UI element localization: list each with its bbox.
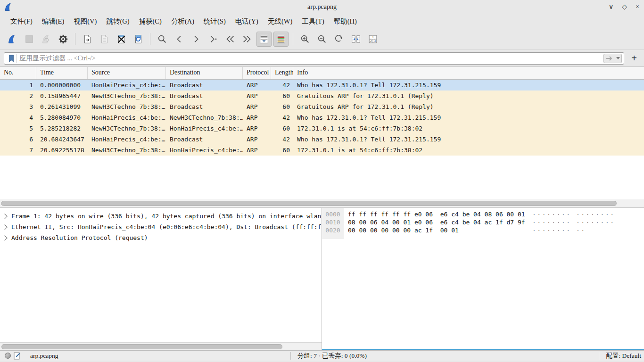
- menu-tools[interactable]: 工具(T): [297, 15, 329, 28]
- hex-row[interactable]: 0000 ff ff ff ff ff ff e0 06 e6 c4 be 04…: [322, 210, 644, 218]
- gear-icon: [58, 34, 68, 44]
- close-file-button[interactable]: [114, 32, 129, 47]
- next-packet-button[interactable]: [189, 32, 204, 47]
- menu-view[interactable]: 视图(V): [69, 15, 101, 28]
- cell-protocol: ARP: [243, 112, 271, 123]
- zoom-in-button[interactable]: [297, 32, 313, 47]
- packet-row-7[interactable]: 7 20.692255178 NewH3CTechno_7b:38:… HonH…: [0, 145, 644, 156]
- cell-protocol: ARP: [243, 80, 271, 90]
- scrollbar-thumb[interactable]: [1, 201, 617, 206]
- table-resize-icon: [351, 34, 361, 44]
- packet-row-5[interactable]: 5 5.285218282 NewH3CTechno_7b:38:… HonHa…: [0, 123, 644, 134]
- column-header-destination[interactable]: Destination: [166, 67, 243, 79]
- reload-file-button[interactable]: [131, 32, 146, 47]
- cell-source: HonHaiPrecis_c4:be:…: [88, 112, 166, 123]
- save-file-button[interactable]: [97, 32, 112, 47]
- column-header-length[interactable]: Length: [271, 67, 293, 79]
- details-hscrollbar[interactable]: [0, 342, 322, 350]
- display-filter-input[interactable]: [19, 55, 602, 62]
- detail-text: Address Resolution Protocol (request): [11, 232, 148, 243]
- menu-wireless[interactable]: 无线(W): [263, 15, 297, 28]
- menu-help[interactable]: 帮助(H): [329, 15, 362, 28]
- apply-filter-button[interactable]: [603, 54, 622, 63]
- previous-packet-button[interactable]: [172, 32, 187, 47]
- menu-file[interactable]: 文件(F): [6, 15, 37, 28]
- cell-protocol: ARP: [243, 90, 271, 101]
- packet-row-1[interactable]: 1 0.000000000 HonHaiPrecis_c4:be:… Broad…: [0, 80, 644, 90]
- svg-text:2: 2: [370, 39, 372, 43]
- restart-capture-button[interactable]: [39, 32, 54, 47]
- layout-button[interactable]: 123: [365, 32, 380, 47]
- go-to-packet-button[interactable]: [206, 32, 221, 47]
- expand-caret-icon[interactable]: [2, 224, 7, 230]
- document-close-x-icon: [116, 34, 126, 44]
- last-packet-button[interactable]: [239, 32, 255, 47]
- cell-no: 5: [0, 123, 36, 134]
- column-header-info[interactable]: Info: [293, 67, 644, 79]
- auto-scroll-button[interactable]: [256, 32, 272, 47]
- detail-row-ethernet[interactable]: Ethernet II, Src: HonHaiPrecis_c4:be:04 …: [0, 222, 322, 232]
- status-bar: arp.pcapng 分组: 7 · 已丢弃: 0 (0.0%) 配置: Def…: [0, 350, 644, 361]
- detail-row-frame[interactable]: Frame 1: 42 bytes on wire (336 bits), 42…: [0, 211, 322, 222]
- main-toolbar: 123: [0, 28, 644, 50]
- stop-capture-button[interactable]: [22, 32, 37, 47]
- cell-info: Who has 172.31.0.1? Tell 172.31.215.159: [293, 112, 644, 123]
- cell-info: Who has 172.31.0.1? Tell 172.31.215.159: [293, 134, 644, 145]
- display-filter-field[interactable]: [4, 52, 624, 65]
- column-header-source[interactable]: Source: [88, 67, 166, 79]
- open-file-button[interactable]: [80, 32, 95, 47]
- menu-statistics[interactable]: 统计(S): [199, 15, 231, 28]
- find-packet-button[interactable]: [155, 32, 170, 47]
- packet-list: 1 0.000000000 HonHaiPrecis_c4:be:… Broad…: [0, 80, 644, 156]
- menu-capture[interactable]: 捕获(C): [134, 15, 166, 28]
- chevron-right-icon: [191, 34, 201, 44]
- menu-edit[interactable]: 编辑(E): [37, 15, 69, 28]
- maximize-button[interactable]: ◇: [622, 4, 627, 10]
- expand-caret-icon[interactable]: [2, 214, 7, 219]
- cell-destination: HonHaiPrecis_c4:be:…: [166, 145, 243, 156]
- cell-length: 60: [271, 90, 293, 101]
- packet-row-6[interactable]: 6 20.684243647 HonHaiPrecis_c4:be:… Broa…: [0, 134, 644, 145]
- packet-row-4[interactable]: 4 5.280084970 HonHaiPrecis_c4:be:… NewH3…: [0, 112, 644, 123]
- packet-row-2[interactable]: 2 0.158965447 NewH3CTechno_7b:38:… Broad…: [0, 90, 644, 101]
- menu-go[interactable]: 跳转(G): [101, 15, 134, 28]
- column-header-protocol[interactable]: Protocol: [243, 67, 271, 79]
- packet-bytes-pane: 0000 ff ff ff ff ff ff e0 06 e6 c4 be 04…: [322, 208, 644, 350]
- detail-row-arp[interactable]: Address Resolution Protocol (request): [0, 232, 322, 243]
- cell-time: 5.285218282: [36, 123, 88, 134]
- hex-row[interactable]: 0010 08 00 06 04 00 01 e0 06 e6 c4 be 04…: [322, 218, 644, 226]
- capture-comment-icon[interactable]: [14, 352, 21, 360]
- toolbar-separator: [293, 33, 293, 45]
- hex-ascii: ········ ········: [532, 218, 615, 226]
- cell-no: 3: [0, 101, 36, 112]
- packet-list-hscrollbar[interactable]: [0, 199, 644, 207]
- packet-row-3[interactable]: 3 0.261431099 NewH3CTechno_7b:38:… Broad…: [0, 101, 644, 112]
- hex-row[interactable]: 0020 00 00 00 00 00 00 ac 1f 00 01 ·····…: [322, 226, 644, 234]
- menu-analyze[interactable]: 分析(A): [166, 15, 199, 28]
- filter-bookmark-button[interactable]: [6, 54, 17, 63]
- add-filter-button[interactable]: +: [628, 52, 640, 65]
- shark-fin-restart-icon: [41, 34, 51, 44]
- colorize-button[interactable]: [273, 32, 289, 47]
- zoom-reset-button[interactable]: [331, 32, 347, 47]
- filter-dropdown-caret-icon[interactable]: [616, 57, 620, 59]
- expert-info-icon[interactable]: [5, 353, 11, 359]
- resize-columns-button[interactable]: [348, 32, 363, 47]
- capture-options-button[interactable]: [56, 32, 71, 47]
- minimize-button[interactable]: ∨: [609, 4, 613, 10]
- expand-caret-icon[interactable]: [2, 235, 7, 240]
- close-button[interactable]: ×: [636, 4, 639, 10]
- zoom-out-button[interactable]: [314, 32, 330, 47]
- start-capture-button[interactable]: [5, 32, 20, 47]
- double-chevron-left-icon: [225, 34, 235, 44]
- chevron-right-dot-icon: [208, 34, 218, 44]
- menu-telephony[interactable]: 电话(Y): [231, 15, 263, 28]
- lines-down-arrow-icon: [259, 34, 269, 44]
- status-profile[interactable]: 配置: Default: [606, 352, 641, 360]
- first-packet-button[interactable]: [223, 32, 238, 47]
- hex-offset: 0010: [322, 218, 344, 226]
- column-header-no[interactable]: No.: [0, 67, 36, 79]
- scrollbar-thumb[interactable]: [1, 344, 282, 349]
- double-chevron-right-icon: [242, 34, 252, 44]
- column-header-time[interactable]: Time: [36, 67, 88, 79]
